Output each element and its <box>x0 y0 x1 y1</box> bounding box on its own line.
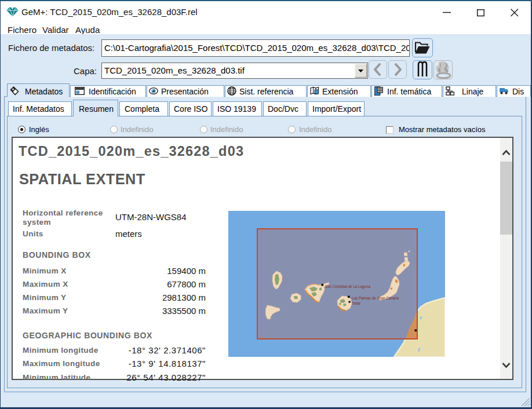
svg-text:Telde: Telde <box>352 301 361 305</box>
svg-text:Las Palmas de Gran Canaria: Las Palmas de Gran Canaria <box>352 296 399 300</box>
svg-text:San Cristóbal de La Laguna: San Cristóbal de La Laguna <box>325 284 371 289</box>
